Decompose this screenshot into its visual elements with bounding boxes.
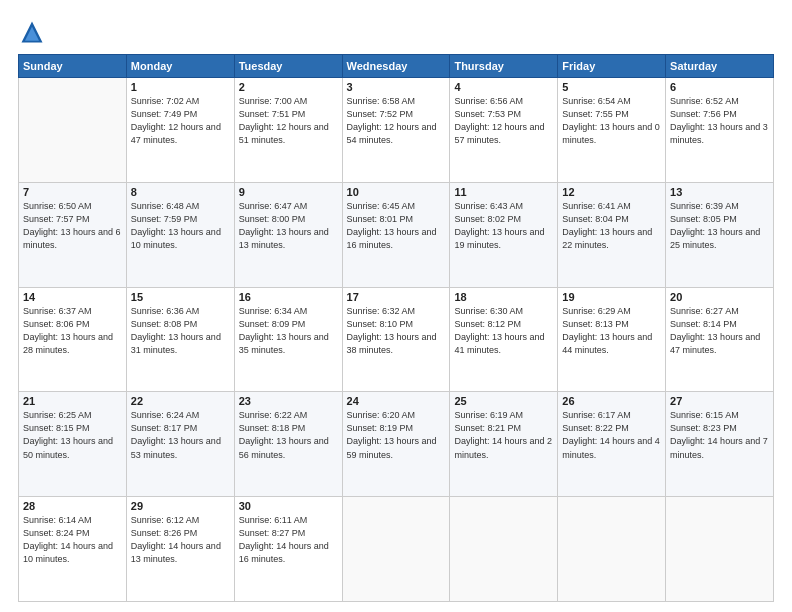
day-info: Sunrise: 6:19 AMSunset: 8:21 PMDaylight:… <box>454 409 553 461</box>
day-info: Sunrise: 6:15 AMSunset: 8:23 PMDaylight:… <box>670 409 769 461</box>
day-number: 26 <box>562 395 661 407</box>
day-info: Sunrise: 6:45 AMSunset: 8:01 PMDaylight:… <box>347 200 446 252</box>
day-info: Sunrise: 6:29 AMSunset: 8:13 PMDaylight:… <box>562 305 661 357</box>
day-info: Sunrise: 6:43 AMSunset: 8:02 PMDaylight:… <box>454 200 553 252</box>
calendar-cell: 7 Sunrise: 6:50 AMSunset: 7:57 PMDayligh… <box>19 182 127 287</box>
day-number: 13 <box>670 186 769 198</box>
calendar-cell: 5 Sunrise: 6:54 AMSunset: 7:55 PMDayligh… <box>558 78 666 183</box>
header <box>18 18 774 46</box>
day-number: 30 <box>239 500 338 512</box>
weekday-header-monday: Monday <box>126 55 234 78</box>
day-info: Sunrise: 6:25 AMSunset: 8:15 PMDaylight:… <box>23 409 122 461</box>
page: SundayMondayTuesdayWednesdayThursdayFrid… <box>0 0 792 612</box>
day-info: Sunrise: 6:34 AMSunset: 8:09 PMDaylight:… <box>239 305 338 357</box>
calendar-cell: 30 Sunrise: 6:11 AMSunset: 8:27 PMDaylig… <box>234 497 342 602</box>
calendar-cell: 8 Sunrise: 6:48 AMSunset: 7:59 PMDayligh… <box>126 182 234 287</box>
calendar-cell: 27 Sunrise: 6:15 AMSunset: 8:23 PMDaylig… <box>666 392 774 497</box>
day-info: Sunrise: 6:24 AMSunset: 8:17 PMDaylight:… <box>131 409 230 461</box>
day-number: 14 <box>23 291 122 303</box>
day-info: Sunrise: 6:47 AMSunset: 8:00 PMDaylight:… <box>239 200 338 252</box>
calendar-cell: 24 Sunrise: 6:20 AMSunset: 8:19 PMDaylig… <box>342 392 450 497</box>
calendar-cell: 28 Sunrise: 6:14 AMSunset: 8:24 PMDaylig… <box>19 497 127 602</box>
day-number: 7 <box>23 186 122 198</box>
calendar-cell: 16 Sunrise: 6:34 AMSunset: 8:09 PMDaylig… <box>234 287 342 392</box>
calendar-cell: 3 Sunrise: 6:58 AMSunset: 7:52 PMDayligh… <box>342 78 450 183</box>
calendar-cell: 29 Sunrise: 6:12 AMSunset: 8:26 PMDaylig… <box>126 497 234 602</box>
day-info: Sunrise: 6:22 AMSunset: 8:18 PMDaylight:… <box>239 409 338 461</box>
day-number: 23 <box>239 395 338 407</box>
weekday-header-tuesday: Tuesday <box>234 55 342 78</box>
calendar-week-3: 14 Sunrise: 6:37 AMSunset: 8:06 PMDaylig… <box>19 287 774 392</box>
calendar-week-5: 28 Sunrise: 6:14 AMSunset: 8:24 PMDaylig… <box>19 497 774 602</box>
day-number: 20 <box>670 291 769 303</box>
calendar-cell: 20 Sunrise: 6:27 AMSunset: 8:14 PMDaylig… <box>666 287 774 392</box>
calendar-cell: 22 Sunrise: 6:24 AMSunset: 8:17 PMDaylig… <box>126 392 234 497</box>
calendar-cell: 14 Sunrise: 6:37 AMSunset: 8:06 PMDaylig… <box>19 287 127 392</box>
day-info: Sunrise: 6:37 AMSunset: 8:06 PMDaylight:… <box>23 305 122 357</box>
day-info: Sunrise: 6:27 AMSunset: 8:14 PMDaylight:… <box>670 305 769 357</box>
calendar-cell: 9 Sunrise: 6:47 AMSunset: 8:00 PMDayligh… <box>234 182 342 287</box>
calendar-cell: 26 Sunrise: 6:17 AMSunset: 8:22 PMDaylig… <box>558 392 666 497</box>
day-number: 15 <box>131 291 230 303</box>
weekday-header-friday: Friday <box>558 55 666 78</box>
day-number: 11 <box>454 186 553 198</box>
calendar-cell: 10 Sunrise: 6:45 AMSunset: 8:01 PMDaylig… <box>342 182 450 287</box>
day-info: Sunrise: 7:00 AMSunset: 7:51 PMDaylight:… <box>239 95 338 147</box>
calendar-cell <box>666 497 774 602</box>
day-info: Sunrise: 6:48 AMSunset: 7:59 PMDaylight:… <box>131 200 230 252</box>
calendar-cell: 23 Sunrise: 6:22 AMSunset: 8:18 PMDaylig… <box>234 392 342 497</box>
day-number: 6 <box>670 81 769 93</box>
day-number: 18 <box>454 291 553 303</box>
calendar-cell <box>342 497 450 602</box>
day-number: 16 <box>239 291 338 303</box>
day-info: Sunrise: 6:58 AMSunset: 7:52 PMDaylight:… <box>347 95 446 147</box>
day-info: Sunrise: 6:20 AMSunset: 8:19 PMDaylight:… <box>347 409 446 461</box>
day-number: 1 <box>131 81 230 93</box>
day-number: 29 <box>131 500 230 512</box>
day-number: 27 <box>670 395 769 407</box>
day-number: 3 <box>347 81 446 93</box>
calendar-cell <box>19 78 127 183</box>
day-info: Sunrise: 6:56 AMSunset: 7:53 PMDaylight:… <box>454 95 553 147</box>
day-number: 17 <box>347 291 446 303</box>
day-number: 24 <box>347 395 446 407</box>
logo-icon <box>18 18 46 46</box>
weekday-header-wednesday: Wednesday <box>342 55 450 78</box>
logo <box>18 18 50 46</box>
day-number: 4 <box>454 81 553 93</box>
calendar-week-2: 7 Sunrise: 6:50 AMSunset: 7:57 PMDayligh… <box>19 182 774 287</box>
calendar-week-4: 21 Sunrise: 6:25 AMSunset: 8:15 PMDaylig… <box>19 392 774 497</box>
calendar-cell: 25 Sunrise: 6:19 AMSunset: 8:21 PMDaylig… <box>450 392 558 497</box>
calendar-cell: 1 Sunrise: 7:02 AMSunset: 7:49 PMDayligh… <box>126 78 234 183</box>
day-info: Sunrise: 7:02 AMSunset: 7:49 PMDaylight:… <box>131 95 230 147</box>
day-number: 25 <box>454 395 553 407</box>
calendar-cell: 15 Sunrise: 6:36 AMSunset: 8:08 PMDaylig… <box>126 287 234 392</box>
weekday-header-thursday: Thursday <box>450 55 558 78</box>
calendar-cell: 6 Sunrise: 6:52 AMSunset: 7:56 PMDayligh… <box>666 78 774 183</box>
calendar-cell <box>450 497 558 602</box>
day-number: 12 <box>562 186 661 198</box>
day-info: Sunrise: 6:50 AMSunset: 7:57 PMDaylight:… <box>23 200 122 252</box>
day-number: 8 <box>131 186 230 198</box>
day-info: Sunrise: 6:41 AMSunset: 8:04 PMDaylight:… <box>562 200 661 252</box>
day-info: Sunrise: 6:17 AMSunset: 8:22 PMDaylight:… <box>562 409 661 461</box>
day-number: 28 <box>23 500 122 512</box>
day-info: Sunrise: 6:11 AMSunset: 8:27 PMDaylight:… <box>239 514 338 566</box>
calendar-header: SundayMondayTuesdayWednesdayThursdayFrid… <box>19 55 774 78</box>
calendar-cell: 18 Sunrise: 6:30 AMSunset: 8:12 PMDaylig… <box>450 287 558 392</box>
day-info: Sunrise: 6:30 AMSunset: 8:12 PMDaylight:… <box>454 305 553 357</box>
calendar-body: 1 Sunrise: 7:02 AMSunset: 7:49 PMDayligh… <box>19 78 774 602</box>
day-number: 10 <box>347 186 446 198</box>
weekday-header-sunday: Sunday <box>19 55 127 78</box>
day-number: 22 <box>131 395 230 407</box>
calendar-cell: 11 Sunrise: 6:43 AMSunset: 8:02 PMDaylig… <box>450 182 558 287</box>
weekday-header-saturday: Saturday <box>666 55 774 78</box>
day-number: 2 <box>239 81 338 93</box>
day-number: 9 <box>239 186 338 198</box>
day-info: Sunrise: 6:36 AMSunset: 8:08 PMDaylight:… <box>131 305 230 357</box>
calendar-table: SundayMondayTuesdayWednesdayThursdayFrid… <box>18 54 774 602</box>
calendar-cell: 13 Sunrise: 6:39 AMSunset: 8:05 PMDaylig… <box>666 182 774 287</box>
day-info: Sunrise: 6:52 AMSunset: 7:56 PMDaylight:… <box>670 95 769 147</box>
day-info: Sunrise: 6:32 AMSunset: 8:10 PMDaylight:… <box>347 305 446 357</box>
calendar-cell: 21 Sunrise: 6:25 AMSunset: 8:15 PMDaylig… <box>19 392 127 497</box>
